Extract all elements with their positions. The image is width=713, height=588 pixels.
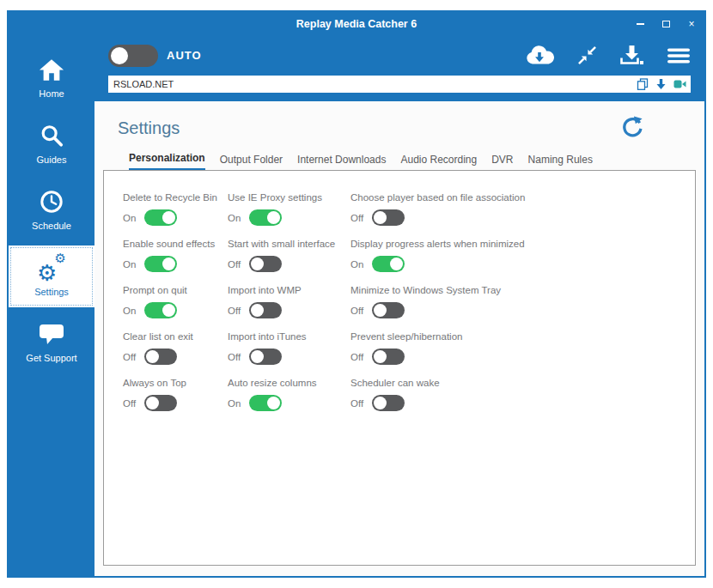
setting-cell: Scheduler can wake Off bbox=[350, 378, 695, 411]
toggle-switch[interactable] bbox=[144, 395, 177, 411]
refresh-icon[interactable] bbox=[621, 115, 644, 142]
download-tray-icon[interactable] bbox=[619, 45, 644, 66]
toggle-knob bbox=[267, 211, 280, 224]
auto-toggle[interactable] bbox=[108, 45, 158, 67]
settings-panel: Delete to Recycle Bin On Use IE Proxy se… bbox=[103, 170, 696, 566]
auto-toggle-group: AUTO bbox=[108, 45, 202, 67]
maximize-button[interactable] bbox=[653, 12, 679, 35]
sidebar-item-settings[interactable]: ⚙⚙ Settings bbox=[9, 246, 94, 307]
toggle-knob bbox=[251, 350, 264, 363]
toggle-switch[interactable] bbox=[372, 302, 405, 318]
url-input[interactable] bbox=[108, 79, 637, 89]
toggle-switch[interactable] bbox=[249, 302, 282, 318]
toggle-knob bbox=[374, 304, 387, 317]
settings-tabs: Personalization Output Folder Internet D… bbox=[129, 152, 696, 170]
close-button[interactable]: × bbox=[679, 12, 704, 35]
auto-toggle-knob bbox=[111, 47, 128, 64]
maximize-icon bbox=[662, 21, 670, 27]
toggle-state-label: On bbox=[228, 213, 247, 223]
page-header: Settings bbox=[103, 101, 696, 142]
search-icon bbox=[40, 123, 64, 149]
toggle-switch[interactable] bbox=[372, 395, 405, 411]
toggle-switch[interactable] bbox=[372, 256, 405, 272]
hamburger-menu-icon[interactable] bbox=[667, 47, 691, 64]
toggle-knob bbox=[146, 350, 159, 363]
camcorder-icon[interactable] bbox=[673, 79, 686, 89]
tab-dvr[interactable]: DVR bbox=[491, 154, 513, 170]
toggle-switch[interactable] bbox=[249, 395, 282, 411]
tab-naming-rules[interactable]: Naming Rules bbox=[528, 154, 593, 170]
toggle-state-label: On bbox=[123, 306, 142, 316]
sidebar-item-guides[interactable]: Guides bbox=[9, 113, 94, 175]
toggle-knob bbox=[267, 397, 280, 409]
url-bar-icons bbox=[637, 78, 691, 90]
toggle-state-label: Off bbox=[228, 306, 247, 316]
tab-audio-recording[interactable]: Audio Recording bbox=[400, 154, 477, 170]
toggle-switch[interactable] bbox=[372, 349, 405, 365]
toggle-knob bbox=[390, 258, 403, 270]
toggle-switch[interactable] bbox=[372, 209, 405, 226]
toolbar-icons bbox=[524, 44, 691, 67]
setting-label: Minimize to Windows System Tray bbox=[350, 285, 695, 295]
home-icon bbox=[39, 57, 64, 82]
toggle-switch[interactable] bbox=[249, 256, 282, 272]
setting-label: Start with small interface bbox=[228, 239, 350, 249]
tab-output-folder[interactable]: Output Folder bbox=[220, 154, 283, 170]
toggle-switch[interactable] bbox=[144, 256, 177, 272]
setting-label: Auto resize columns bbox=[228, 378, 350, 388]
toggle-state-label: On bbox=[123, 213, 142, 223]
toggle-state-label: Off bbox=[228, 352, 247, 362]
app-window: Replay Media Catcher 6 × Home bbox=[7, 10, 706, 578]
setting-cell: Prompt on quit On bbox=[123, 285, 228, 318]
window-body: Home Guides Schedule ⚙⚙ bbox=[9, 35, 704, 576]
setting-label: Always on Top bbox=[123, 378, 228, 388]
toggle-knob bbox=[374, 211, 387, 224]
collapse-arrows-icon[interactable] bbox=[577, 45, 597, 65]
toggle-switch[interactable] bbox=[144, 349, 177, 365]
settings-page: Settings Personalization Output Folder I… bbox=[94, 101, 704, 576]
down-arrow-icon[interactable] bbox=[655, 78, 667, 90]
sidebar-item-home[interactable]: Home bbox=[9, 47, 94, 109]
speech-bubble-icon bbox=[39, 321, 64, 347]
toggle-knob bbox=[146, 397, 159, 409]
cloud-download-icon[interactable] bbox=[524, 44, 555, 67]
setting-cell: Display progress alerts when minimized O… bbox=[350, 239, 695, 272]
setting-label: Prevent sleep/hibernation bbox=[350, 331, 695, 342]
toggle-knob bbox=[162, 211, 175, 224]
window-controls: × bbox=[627, 12, 704, 35]
toggle-knob bbox=[374, 350, 387, 363]
gears-icon: ⚙⚙ bbox=[37, 255, 66, 281]
setting-cell: Clear list on exit Off bbox=[123, 331, 228, 365]
sidebar-item-label: Get Support bbox=[26, 353, 76, 363]
sidebar-item-get-support[interactable]: Get Support bbox=[9, 312, 94, 373]
setting-label: Prompt on quit bbox=[123, 285, 228, 295]
toolbar: AUTO bbox=[94, 35, 704, 76]
copy-icon[interactable] bbox=[637, 78, 649, 90]
toggle-knob bbox=[374, 397, 387, 409]
url-bar-row bbox=[94, 76, 704, 101]
toggle-grid: Delete to Recycle Bin On Use IE Proxy se… bbox=[104, 171, 695, 411]
titlebar: Replay Media Catcher 6 × bbox=[9, 12, 704, 35]
toggle-switch[interactable] bbox=[249, 209, 282, 226]
toggle-state-label: On bbox=[350, 259, 369, 270]
setting-cell: Import into iTunes Off bbox=[228, 331, 350, 365]
setting-cell: Delete to Recycle Bin On bbox=[123, 192, 228, 226]
tab-internet-downloads[interactable]: Internet Downloads bbox=[297, 154, 386, 170]
toggle-knob bbox=[251, 304, 264, 317]
setting-cell: Minimize to Windows System Tray Off bbox=[350, 285, 695, 318]
setting-label: Use IE Proxy settings bbox=[228, 192, 350, 203]
sidebar-item-label: Home bbox=[39, 88, 64, 99]
toggle-switch[interactable] bbox=[144, 209, 177, 226]
tab-personalization[interactable]: Personalization bbox=[129, 152, 205, 170]
toggle-switch[interactable] bbox=[249, 349, 282, 365]
toggle-state-label: On bbox=[228, 398, 247, 409]
setting-cell: Prevent sleep/hibernation Off bbox=[350, 331, 695, 365]
setting-label: Import into WMP bbox=[228, 285, 350, 295]
toggle-switch[interactable] bbox=[144, 302, 177, 318]
url-field bbox=[108, 76, 691, 93]
sidebar-item-label: Settings bbox=[34, 287, 69, 297]
toggle-state-label: Off bbox=[350, 306, 369, 316]
sidebar: Home Guides Schedule ⚙⚙ bbox=[9, 35, 94, 576]
sidebar-item-schedule[interactable]: Schedule bbox=[9, 179, 94, 241]
minimize-button[interactable] bbox=[627, 12, 653, 35]
